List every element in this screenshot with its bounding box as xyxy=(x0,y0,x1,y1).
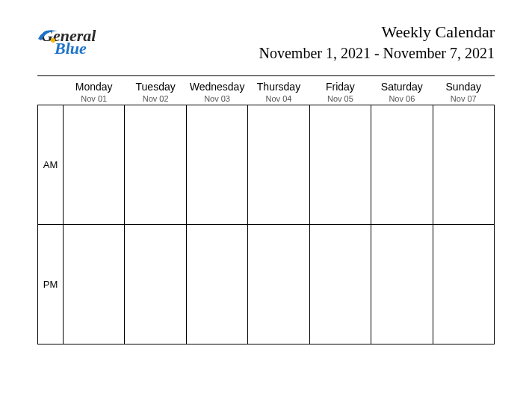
day-header: Saturday Nov 06 xyxy=(371,76,433,105)
day-header: Thursday Nov 04 xyxy=(248,76,309,105)
cell xyxy=(186,105,247,225)
brand-logo: General Blue xyxy=(41,28,96,57)
day-header: Wednesday Nov 03 xyxy=(186,76,247,105)
am-row: AM xyxy=(38,105,495,225)
cell xyxy=(186,225,247,344)
day-name: Wednesday xyxy=(188,81,246,93)
header-row: Monday Nov 01 Tuesday Nov 02 Wednesday N… xyxy=(38,76,495,105)
day-date: Nov 03 xyxy=(188,94,246,103)
pm-row: PM xyxy=(38,225,495,344)
cell xyxy=(433,105,494,225)
page-title: Weekly Calendar xyxy=(259,22,495,42)
day-date: Nov 06 xyxy=(373,94,431,103)
day-header: Tuesday Nov 02 xyxy=(125,76,186,105)
day-header: Sunday Nov 07 xyxy=(433,76,494,105)
cell xyxy=(309,105,371,225)
svg-point-0 xyxy=(51,38,55,43)
day-name: Monday xyxy=(65,81,123,93)
day-name: Sunday xyxy=(434,81,492,93)
calendar-table: Monday Nov 01 Tuesday Nov 02 Wednesday N… xyxy=(37,76,495,344)
day-date: Nov 04 xyxy=(250,94,308,103)
calendar-grid: Monday Nov 01 Tuesday Nov 02 Wednesday N… xyxy=(0,76,532,367)
logo-text-2: Blue xyxy=(55,41,96,57)
cell xyxy=(248,225,309,344)
day-header: Monday Nov 01 xyxy=(64,76,125,105)
period-label-am: AM xyxy=(38,105,64,225)
header: General Blue Weekly Calendar November 1,… xyxy=(0,0,532,69)
cell xyxy=(125,105,186,225)
day-name: Thursday xyxy=(250,81,308,93)
day-name: Saturday xyxy=(373,81,431,93)
cell xyxy=(248,105,309,225)
cell xyxy=(125,225,186,344)
day-date: Nov 01 xyxy=(65,94,123,103)
cell xyxy=(309,225,371,344)
date-range: November 1, 2021 - November 7, 2021 xyxy=(259,45,495,62)
day-name: Tuesday xyxy=(126,81,185,93)
day-date: Nov 05 xyxy=(311,94,369,103)
corner-cell xyxy=(38,76,64,105)
day-date: Nov 07 xyxy=(434,94,492,103)
day-date: Nov 02 xyxy=(126,94,185,103)
cell xyxy=(433,225,494,344)
day-header: Friday Nov 05 xyxy=(309,76,371,105)
cell xyxy=(371,105,433,225)
cell xyxy=(371,225,433,344)
cell xyxy=(64,225,125,344)
logo-swoosh-icon xyxy=(37,25,59,48)
period-label-pm: PM xyxy=(38,225,64,344)
day-name: Friday xyxy=(311,81,369,93)
cell xyxy=(64,105,125,225)
title-block: Weekly Calendar November 1, 2021 - Novem… xyxy=(259,22,495,62)
